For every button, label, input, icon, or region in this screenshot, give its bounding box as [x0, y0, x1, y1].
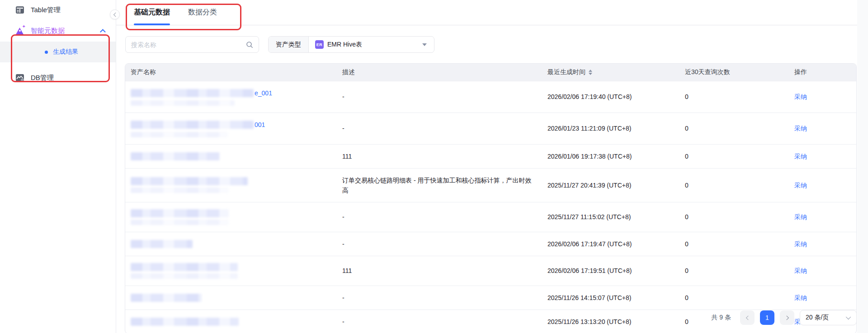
- sidebar-item-table-management[interactable]: Table管理: [0, 0, 116, 20]
- asset-name-redacted[interactable]: [131, 177, 331, 185]
- redaction-blur: [131, 188, 229, 193]
- adopt-link[interactable]: 采纳: [794, 125, 807, 132]
- search-box: [125, 36, 259, 53]
- page-size-select[interactable]: 20 条/页: [800, 310, 857, 325]
- sidebar-item-label: 智能元数据: [31, 27, 65, 35]
- active-tab-underline: [134, 23, 170, 25]
- sidebar-item-smart-metadata[interactable]: ✦ 智能元数据: [0, 20, 116, 42]
- action-cell: 采纳: [789, 232, 857, 256]
- next-page-button[interactable]: [780, 310, 794, 325]
- asset-name-cell: [125, 144, 337, 168]
- tab-bar: 基础元数据 数据分类: [116, 0, 868, 25]
- table-row: 001-2026/01/23 11:21:09 (UTC+8)0采纳: [125, 113, 857, 144]
- query-count-cell: 0: [679, 113, 789, 144]
- adopt-link[interactable]: 采纳: [794, 213, 807, 220]
- asset-name-cell: [125, 286, 337, 310]
- total-count: 共 9 条: [711, 314, 731, 322]
- last-generated-cell: 2026/02/06 17:19:47 (UTC+8): [542, 232, 679, 256]
- filter-selected-value: EMR Hive表: [327, 41, 362, 49]
- adopt-link[interactable]: 采纳: [794, 182, 807, 189]
- adopt-link[interactable]: 采纳: [794, 153, 807, 160]
- col-query-count-30d: 近30天查询次数: [679, 64, 789, 81]
- last-generated-cell: 2025/11/26 14:15:07 (UTC+8): [542, 286, 679, 310]
- action-cell: 采纳: [789, 202, 857, 232]
- asset-name-link[interactable]: 001: [255, 120, 265, 130]
- description-cell: 订单交易核心链路明细表 - 用于快速加工和核心指标计算，产出时效高: [337, 168, 542, 202]
- last-generated-cell: 2026/01/23 11:21:09 (UTC+8): [542, 113, 679, 144]
- ai-mountain-icon: ✦: [15, 26, 25, 36]
- asset-name-redacted[interactable]: [131, 240, 331, 248]
- bullet-dot-icon: [45, 51, 48, 54]
- emr-hive-icon: ER: [315, 40, 324, 49]
- app-window: Table管理 ✦ 智能元数据 生成结果 DB管理: [0, 0, 868, 333]
- description-cell: 111: [337, 144, 542, 168]
- description-cell: -: [337, 81, 542, 113]
- table-row: 1112026/01/06 19:17:38 (UTC+8)0采纳: [125, 144, 857, 168]
- adopt-link[interactable]: 采纳: [794, 294, 807, 301]
- description-cell: -: [337, 202, 542, 232]
- asset-name-cell: [125, 256, 337, 286]
- db-icon: [15, 73, 25, 83]
- current-page-button[interactable]: 1: [760, 310, 774, 325]
- search-icon[interactable]: [246, 41, 253, 48]
- sort-icon[interactable]: [589, 70, 592, 75]
- asset-name-redacted[interactable]: [131, 209, 331, 217]
- last-generated-cell: 2026/01/06 19:17:38 (UTC+8): [542, 144, 679, 168]
- pagination: 共 9 条 1 20 条/页: [125, 310, 857, 325]
- tab-label: 基础元数据: [134, 8, 170, 17]
- redaction-blur: [131, 100, 235, 106]
- last-generated-cell: 2025/11/27 11:15:02 (UTC+8): [542, 202, 679, 232]
- sidebar-collapse-button[interactable]: [110, 9, 120, 19]
- col-actions: 操作: [789, 64, 857, 81]
- table-row: 订单交易核心链路明细表 - 用于快速加工和核心指标计算，产出时效高2025/11…: [125, 168, 857, 202]
- adopt-link[interactable]: 采纳: [794, 267, 807, 274]
- col-asset-name: 资产名称: [125, 64, 337, 81]
- assets-table: 资产名称 描述 最近生成时间 近30天查询次数 操作 e_001-2026/02…: [125, 63, 857, 333]
- tab-basic-metadata[interactable]: 基础元数据: [134, 0, 170, 25]
- sidebar-item-generate-results[interactable]: 生成结果: [0, 42, 116, 62]
- asset-type-filter: 资产类型 ER EMR Hive表: [268, 36, 434, 53]
- last-generated-cell: 2026/02/06 17:19:40 (UTC+8): [542, 81, 679, 113]
- table-row: -2026/02/06 17:19:47 (UTC+8)0采纳: [125, 232, 857, 256]
- table-row: 1112026/02/06 17:19:51 (UTC+8)0采纳: [125, 256, 857, 286]
- redaction-blur: [131, 209, 229, 217]
- tab-label: 数据分类: [188, 8, 217, 17]
- table-row: -2025/11/26 14:15:07 (UTC+8)0采纳: [125, 286, 857, 310]
- page-size-value: 20 条/页: [806, 314, 829, 322]
- query-count-cell: 0: [679, 286, 789, 310]
- chevron-left-icon: [745, 315, 750, 320]
- last-generated-cell: 2025/11/27 20:41:39 (UTC+8): [542, 168, 679, 202]
- page-gutter: [857, 0, 868, 333]
- asset-name-cell: 001: [125, 113, 337, 144]
- asset-name-redacted[interactable]: [131, 152, 331, 160]
- action-cell: 采纳: [789, 256, 857, 286]
- filter-label: 资产类型: [269, 37, 309, 52]
- sidebar: Table管理 ✦ 智能元数据 生成结果 DB管理: [0, 0, 116, 333]
- last-generated-cell: 2026/02/06 17:19:51 (UTC+8): [542, 256, 679, 286]
- tab-data-classification[interactable]: 数据分类: [188, 0, 217, 25]
- asset-name-link[interactable]: e_001: [255, 88, 272, 98]
- chevron-up-icon[interactable]: [100, 29, 106, 35]
- adopt-link[interactable]: 采纳: [794, 93, 807, 100]
- redaction-blur: [131, 273, 238, 279]
- asset-name-redacted[interactable]: [131, 294, 331, 302]
- chevron-left-icon: [113, 12, 118, 17]
- adopt-link[interactable]: 采纳: [794, 240, 807, 248]
- table-icon: [15, 5, 25, 15]
- asset-name-cell: e_001: [125, 81, 337, 113]
- asset-name-redacted[interactable]: [131, 263, 331, 271]
- table-row: -2025/11/27 11:15:02 (UTC+8)0采纳: [125, 202, 857, 232]
- search-input[interactable]: [131, 41, 246, 48]
- sidebar-item-db-management[interactable]: DB管理: [0, 68, 116, 88]
- asset-name-cell: [125, 232, 337, 256]
- sidebar-subitem-label: 生成结果: [53, 48, 78, 56]
- asset-name-redacted[interactable]: e_001: [131, 88, 331, 98]
- redaction-blur: [131, 152, 220, 160]
- table-header-row: 资产名称 描述 最近生成时间 近30天查询次数 操作: [125, 64, 857, 81]
- asset-type-select[interactable]: ER EMR Hive表: [309, 37, 434, 52]
- asset-name-redacted[interactable]: 001: [131, 120, 331, 130]
- action-cell: 采纳: [789, 168, 857, 202]
- redaction-blur: [131, 89, 254, 97]
- prev-page-button[interactable]: [740, 310, 755, 325]
- query-count-cell: 0: [679, 202, 789, 232]
